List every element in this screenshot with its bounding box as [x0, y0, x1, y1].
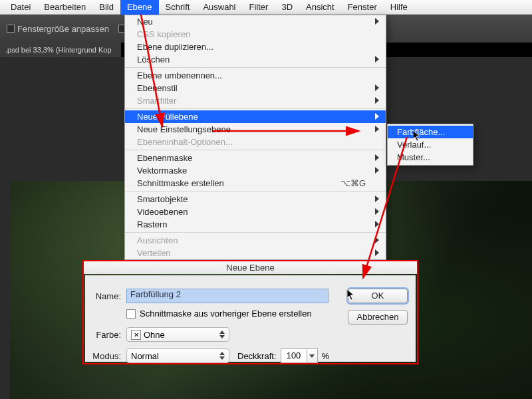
color-value: Ohne — [144, 330, 165, 340]
submenu-arrow-icon — [375, 196, 379, 202]
dialog-title: Neue Ebene — [84, 261, 417, 274]
opacity-label: Deckkraft: — [237, 351, 277, 361]
menuitem-verteilen: Verteilen — [125, 247, 386, 259]
opacity-stepper[interactable]: 100 — [281, 348, 318, 363]
none-swatch-icon: ✕ — [131, 330, 141, 340]
menuitem-neue-fuellebene[interactable]: Neue Füllebene — [125, 110, 386, 123]
document-tab[interactable]: .psd bei 33,3% (Hintergrund Kop — [0, 43, 121, 57]
menu-bar: Datei Bearbeiten Bild Ebene Schrift Ausw… — [0, 0, 532, 15]
name-input[interactable]: Farbfüllung 2 — [126, 289, 329, 303]
menu-datei[interactable]: Datei — [4, 0, 37, 15]
submenu-arrow-icon — [375, 126, 379, 132]
menuitem-ebene-umbenennen[interactable]: Ebene umbenennen... — [125, 69, 386, 82]
submenu-arrow-icon — [375, 113, 379, 120]
menuitem-vektormaske[interactable]: Vektormaske — [125, 164, 386, 177]
menuitem-rastern[interactable]: Rastern — [125, 218, 386, 231]
menuitem-ebene-duplizieren[interactable]: Ebene duplizieren... — [125, 41, 386, 53]
submenuitem-verlauf[interactable]: Verlauf... — [388, 138, 473, 151]
clip-mask-label: Schnittmaske aus vorheriger Ebene erstel… — [140, 309, 312, 319]
menuitem-ebenenmaske[interactable]: Ebenenmaske — [125, 152, 386, 164]
menu-fenster[interactable]: Fenster — [341, 0, 384, 15]
clip-mask-checkbox[interactable] — [126, 309, 136, 319]
menuitem-loeschen[interactable]: Löschen — [125, 53, 386, 66]
menuitem-smartobjekte[interactable]: Smartobjekte — [125, 193, 386, 205]
menuitem-neu[interactable]: Neu — [125, 15, 386, 28]
menu-hilfe[interactable]: Hilfe — [384, 0, 414, 15]
menuitem-ausrichten: Ausrichten — [125, 234, 386, 247]
fit-window-label: Fenstergröße anpassen — [17, 24, 109, 34]
mode-label: Modus: — [86, 351, 121, 361]
submenu-arrow-icon — [375, 154, 379, 161]
menuitem-videoebenen[interactable]: Videoebenen — [125, 205, 386, 218]
opacity-value[interactable]: 100 — [281, 348, 307, 363]
menu-auswahl[interactable]: Auswahl — [196, 0, 242, 15]
mode-value: Normal — [131, 351, 159, 361]
name-label: Name: — [86, 291, 121, 301]
submenuitem-muster[interactable]: Muster... — [388, 151, 473, 164]
submenu-arrow-icon — [375, 221, 379, 227]
opacity-dropdown-icon[interactable] — [307, 348, 318, 363]
fit-window-checkbox[interactable] — [7, 25, 15, 33]
menu-schrift[interactable]: Schrift — [159, 0, 197, 15]
ok-button[interactable]: OK — [348, 289, 408, 303]
menuitem-ebeneninhalt-optionen: Ebeneninhalt-Optionen... — [125, 136, 386, 148]
color-select[interactable]: ✕ Ohne — [126, 327, 229, 342]
submenu-arrow-icon — [375, 84, 379, 91]
menu-filter[interactable]: Filter — [243, 0, 275, 15]
menuitem-smartfilter: Smartfilter — [125, 94, 386, 107]
submenu-arrow-icon — [375, 208, 379, 215]
submenuitem-farbflaeche[interactable]: Farbfläche... — [388, 126, 473, 138]
opacity-unit: % — [322, 351, 330, 361]
submenu-arrow-icon — [375, 167, 379, 174]
menu-ansicht[interactable]: Ansicht — [299, 0, 341, 15]
submenu-arrow-icon — [375, 18, 379, 25]
color-label: Farbe: — [86, 330, 121, 340]
menuitem-schnittmaske-erstellen[interactable]: Schnittmaske erstellen⌥⌘G — [125, 177, 386, 190]
menu-ebene[interactable]: Ebene — [120, 0, 159, 15]
submenu-arrow-icon — [375, 97, 379, 104]
neue-ebene-dialog: Neue Ebene Name: Farbfüllung 2 Schnittma… — [82, 260, 418, 364]
submenu-arrow-icon — [375, 237, 379, 243]
menuitem-ebenenstil[interactable]: Ebenenstil — [125, 82, 386, 94]
menuitem-neue-einstellungsebene[interactable]: Neue Einstellungsebene — [125, 123, 386, 136]
shortcut-label: ⌥⌘G — [340, 177, 366, 190]
mode-select[interactable]: Normal — [126, 348, 229, 363]
menu-bearbeiten[interactable]: Bearbeiten — [37, 0, 92, 15]
fuellebene-submenu: Farbfläche... Verlauf... Muster... — [387, 124, 473, 166]
submenu-arrow-icon — [375, 249, 379, 256]
submenu-arrow-icon — [375, 56, 379, 63]
menu-bild[interactable]: Bild — [92, 0, 120, 15]
ebene-dropdown: Neu CSS kopieren Ebene duplizieren... Lö… — [124, 15, 386, 260]
menuitem-css-kopieren: CSS kopieren — [125, 28, 386, 41]
cancel-button[interactable]: Abbrechen — [348, 310, 408, 325]
menu-3d[interactable]: 3D — [275, 0, 299, 15]
